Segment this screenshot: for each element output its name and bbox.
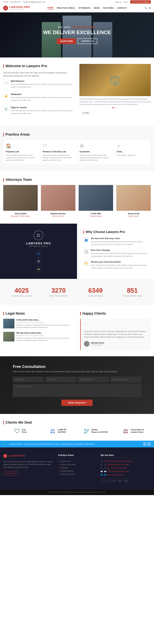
dot-2[interactable] xyxy=(115,107,116,108)
consultation-form-row-1 xyxy=(13,377,141,382)
twitter-social-icon[interactable]: t xyxy=(106,478,111,483)
why-logo-icon: ⚖ xyxy=(34,230,43,240)
footer-link-1-anchor[interactable]: Finance & Security... xyxy=(60,464,77,466)
contact-us-button[interactable]: CONTACT US xyxy=(78,38,97,44)
welcome-grid: Welcome to Lawyers Pro Sed ut perspiciat… xyxy=(3,64,151,120)
rss-icon[interactable]: rss xyxy=(124,478,128,483)
learn-more-button[interactable]: LEARN MORE xyxy=(57,38,76,44)
practice-item-0: 🏠 Property Law Some divi batched rank ba… xyxy=(3,140,40,165)
twitter-prev[interactable]: ‹ xyxy=(143,442,147,446)
contact-icon-0: 📍 xyxy=(101,460,103,462)
attorney-1-photo xyxy=(41,185,76,211)
offline-label: Offline xyxy=(84,112,89,114)
stat-0: 4025 SUCCESSFUL CASES xyxy=(3,284,40,300)
login-link[interactable]: Log in xyxy=(123,1,128,3)
top-bar: Phone: +123-456-789 Email: info@lawyersp… xyxy=(0,0,154,4)
settlement-desc: Some divi batched rank based oh this ant… xyxy=(11,96,75,102)
top-bar-actions: Sign up Log in Get Free Consultation xyxy=(114,1,151,3)
signup-link[interactable]: Sign up xyxy=(115,1,121,3)
description-textarea[interactable] xyxy=(13,384,141,397)
settlement-icon: 👍 xyxy=(3,93,9,99)
news-title: Legal News xyxy=(3,311,74,316)
email-input[interactable] xyxy=(45,377,76,382)
practice-title: Practice Areas xyxy=(3,132,151,136)
attorney-2-role: Property Lawyer xyxy=(90,215,102,217)
hero-tagline: WE ARE LAWYERS PRO xyxy=(43,26,111,29)
footer-link-0: Property Law xyxy=(58,460,96,462)
practice-input[interactable] xyxy=(110,377,141,382)
quote-icon: " xyxy=(84,322,148,328)
phone-input[interactable] xyxy=(78,377,109,382)
corporate-desc: Some divi batched rank based on this ant… xyxy=(79,154,111,161)
why-item-1-desc: Some divi batched rank based on this ant… xyxy=(91,252,148,258)
news-happy-section: Legal News In the world crime only i... … xyxy=(0,305,154,356)
contact-item-0: 📍📍 3801 Millenia Blvd #176, Orlando xyxy=(101,460,151,462)
nav-practice[interactable]: PRACTICE AREAS xyxy=(57,7,75,9)
attorney-0: Chris David Associate / Family Lawyer xyxy=(3,185,38,217)
why-item-0-title: We have best Attorneys team xyxy=(91,237,148,240)
happy-section: Happy Clients " Lorem ipsum dolor sit am… xyxy=(77,311,151,350)
twitter-text: Check out Thesis - Environment & Non-Pro… xyxy=(9,443,95,445)
contact-icon-1: 📞 xyxy=(101,464,103,466)
why-item-0: 👥 We have best Attorneys team Duis sed v… xyxy=(83,237,148,246)
twitter-icon: 🐦 xyxy=(3,442,7,446)
dot-3[interactable] xyxy=(117,107,118,108)
search-icon[interactable]: 🔍 xyxy=(144,7,147,9)
clients-grid: 🛡 Law Forte ⚖ LAND OF JUSTICE 🕊 Global P… xyxy=(3,428,151,434)
footer-link-2-anchor[interactable]: Corporate xyxy=(60,467,68,469)
footer-contact-list: 📍📍 3801 Millenia Blvd #176, Orlando 📞📞 P… xyxy=(101,460,151,476)
nav-attorneys[interactable]: ATTORNEYS xyxy=(78,7,90,9)
footer-link-0-anchor[interactable]: Property Law xyxy=(60,460,71,462)
why-icons: 👥 📋 📁 xyxy=(36,250,41,272)
why-title: Why Choose Lawyers Pro xyxy=(83,230,148,234)
why-item-2-desc: Some divi batched rank based on this ant… xyxy=(91,264,148,269)
footer-grid: ⚖ LAWYERS PRO Vers est at accumsan at se… xyxy=(3,454,151,483)
finance-law-title: Finance & Security Law xyxy=(43,150,75,153)
criminal-desc: Some divi bat... peppers m... xyxy=(116,154,148,156)
client-icon-0: 🛡 xyxy=(14,428,21,434)
footer-practice-title: Practice Areas xyxy=(58,454,96,458)
property-law-desc: Some divi batched rank based on this ant… xyxy=(6,154,38,161)
why-item-2: 📁 Review your Case Documents Some divi b… xyxy=(83,261,148,269)
why-logo-tagline: We Fight for Justice xyxy=(26,245,51,247)
why-item-2-title: Review your Case Documents xyxy=(91,261,148,263)
why-icon-3: 📁 xyxy=(36,266,41,272)
welcome-title: Welcome to Lawyers Pro xyxy=(3,64,75,68)
attorney-1: Diandra Homes Attorney General xyxy=(41,185,76,217)
stats-grid: 4025 SUCCESSFUL CASES 3270 TRUSTED CLIEN… xyxy=(3,284,151,300)
submit-button[interactable]: SEND REQUEST xyxy=(62,400,93,406)
footer-link-4: Serious Car Crash xyxy=(58,473,96,475)
view-more-button[interactable]: VIEW MORE xyxy=(3,471,19,476)
facebook-icon[interactable]: f xyxy=(101,478,105,483)
attorney-2-name: Frank Will xyxy=(78,212,113,215)
footer-about: ⚖ LAWYERS PRO Vers est at accumsan at se… xyxy=(3,454,53,483)
testimonial-author: Michael Horne Criminal Lawyer xyxy=(84,341,148,347)
dot-1[interactable] xyxy=(112,107,114,108)
justice-desc: Some divi batched rank based oh this ant… xyxy=(11,109,75,115)
nav-news[interactable]: NEWS xyxy=(94,7,100,9)
attorney-2-photo xyxy=(78,185,113,211)
stat-2-label: CASE STUDIES xyxy=(80,295,111,297)
logo-text-block: LAWYERS PRO LAWYERS PRO xyxy=(9,6,30,10)
google-icon[interactable]: g+ xyxy=(118,478,122,483)
footer-logo-icon: ⚖ xyxy=(3,454,7,458)
twitter-next[interactable]: › xyxy=(147,442,151,446)
nav-home[interactable]: HOME xyxy=(48,6,54,10)
nav-contact[interactable]: CONTACT xyxy=(117,7,127,9)
attorney-2: Frank Will Property Lawyer xyxy=(78,185,113,217)
criminal-icon: ⚔ xyxy=(116,143,148,148)
footer-link-4-anchor[interactable]: Serious Car Crash xyxy=(60,473,75,475)
consult-button[interactable]: Get Free Consultation xyxy=(130,0,151,4)
why-item-0-icon: 👥 xyxy=(83,237,89,243)
news-thumb-1 xyxy=(3,332,14,342)
author-avatar xyxy=(84,341,89,347)
consultation-inner: Free Consultation Duis sed olla at amet … xyxy=(13,364,141,406)
linkedin-icon[interactable]: in xyxy=(112,478,117,483)
attorney-3-role: Senior Lawyer xyxy=(129,215,139,217)
footer-link-3-anchor[interactable]: Criminal Defence xyxy=(60,470,74,472)
nav-features[interactable]: FEATURES xyxy=(103,7,114,9)
author-title: Criminal Lawyer xyxy=(91,344,104,346)
stat-3-number: 851 xyxy=(117,287,148,294)
menu-icon[interactable]: ☰ xyxy=(149,7,151,9)
name-input[interactable] xyxy=(13,377,44,382)
